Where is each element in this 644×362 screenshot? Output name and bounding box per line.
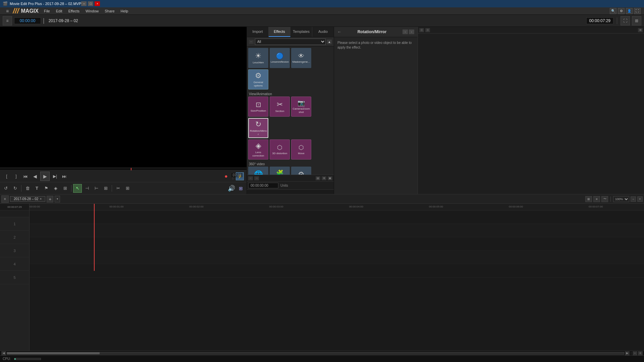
zoom-select[interactable]: 100%: [613, 196, 629, 202]
keyframe-btn[interactable]: ◈: [51, 184, 60, 193]
minimize-button[interactable]: –: [81, 1, 87, 6]
tracks-area[interactable]: 00:00:07:29 00:00:00 00:00:01:00 00:00:0…: [30, 204, 644, 351]
trim-btn[interactable]: ⊢: [92, 184, 101, 193]
tl-zoom-plus[interactable]: +: [638, 351, 643, 355]
timeline-tab[interactable]: 2017-09-28 – 02 ×: [10, 196, 45, 202]
menu-edit[interactable]: Edit: [53, 8, 65, 14]
effect-section[interactable]: ✂ Section: [270, 97, 290, 117]
effects-next-btn[interactable]: →: [254, 176, 259, 180]
hamburger-menu[interactable]: ≡: [4, 8, 11, 14]
effect-leuchten[interactable]: ☀ Leuchten: [248, 48, 268, 68]
close-button[interactable]: ×: [95, 1, 100, 6]
toolbar-icon-3[interactable]: 👤: [626, 8, 633, 14]
effect-360-editing[interactable]: 🌐 360° Editing: [248, 167, 268, 175]
prev-frame-btn[interactable]: ◀: [31, 172, 39, 180]
menu-help[interactable]: Help: [118, 8, 131, 14]
track-lane-4[interactable]: [30, 251, 644, 264]
filter-back-btn[interactable]: ←: [249, 40, 254, 44]
effect-360-scene[interactable]: 🧩 360° Szenenrotation: [270, 167, 290, 175]
tl-scrollbar-thumb[interactable]: [7, 352, 100, 354]
roll-btn[interactable]: ⊞: [101, 184, 110, 193]
insert-btn[interactable]: ⊞: [123, 184, 132, 193]
track-lane-2[interactable]: [30, 224, 644, 237]
expand-btn[interactable]: ⊞: [632, 16, 641, 25]
effects-prev-btn[interactable]: ←: [248, 176, 253, 180]
effects-bottom-nav: ← → ▤ ⊞ ▣: [247, 175, 334, 181]
select-tool-btn[interactable]: ↖: [73, 184, 82, 193]
mark-out-btn[interactable]: ]: [12, 172, 20, 180]
tab-import[interactable]: Import: [247, 27, 269, 37]
effects-filter-dropdown[interactable]: All: [255, 39, 326, 45]
text-btn[interactable]: T: [33, 184, 41, 193]
scroll-up-btn[interactable]: ▲: [327, 40, 332, 44]
delete-btn[interactable]: 🗑: [23, 184, 32, 193]
zoom-out-btn[interactable]: −: [631, 196, 636, 202]
next-frame-btn[interactable]: ▶|: [51, 172, 59, 180]
timeline-tab-dropdown[interactable]: ▾: [55, 196, 60, 202]
tab-templates[interactable]: Templates: [290, 27, 312, 37]
menu-file[interactable]: File: [41, 8, 53, 14]
fullscreen-btn[interactable]: ⛶: [621, 16, 630, 25]
track-lane-3[interactable]: [30, 237, 644, 251]
tab-audio[interactable]: Audio: [312, 27, 334, 37]
preview-canvas[interactable]: [0, 27, 247, 168]
tl-scrollbar-track[interactable]: [7, 352, 624, 355]
tl-view-waveform-btn[interactable]: 〜: [601, 196, 608, 202]
toolbar-icon-max[interactable]: ⛶: [634, 8, 641, 14]
effect-move[interactable]: ⬡ Move: [291, 139, 311, 160]
effects-view-btn2[interactable]: ⊞: [322, 176, 326, 180]
effect-maskengen[interactable]: 👁 Maskengene...: [291, 48, 311, 68]
preview-mini-timeline[interactable]: [0, 168, 247, 170]
prev-mark-btn[interactable]: ⏮: [21, 172, 30, 180]
tl-scroll-right-btn[interactable]: ▶: [625, 351, 630, 355]
menu-effects[interactable]: Effects: [66, 8, 82, 14]
redo-btn[interactable]: ↻: [11, 184, 19, 193]
time-code-input[interactable]: 00:00:00:00: [248, 183, 278, 188]
zoom-in-btn[interactable]: +: [637, 196, 643, 202]
menu-share[interactable]: Share: [102, 8, 117, 14]
ripple-btn[interactable]: ⊣: [83, 184, 91, 193]
marker-btn[interactable]: ⚑: [42, 184, 51, 193]
toolbar-icon-1[interactable]: 🔍: [610, 8, 616, 14]
tl-scroll-left-btn[interactable]: ◀: [1, 351, 6, 355]
track-lane-1[interactable]: [30, 210, 644, 224]
effect-linsenreflexion[interactable]: 🔵 Linsenreflexion: [270, 48, 290, 68]
timeline-add-btn[interactable]: +: [47, 196, 53, 202]
tl-view-list-btn[interactable]: ≡: [593, 196, 600, 202]
effect-360-stitch[interactable]: ⚙ 360° Stitching: [291, 167, 311, 175]
mark-in-btn[interactable]: [: [3, 172, 11, 180]
track-lane-5[interactable]: [30, 264, 644, 278]
timeline-menu-btn[interactable]: ≡: [1, 195, 9, 203]
rotation-next-btn[interactable]: ›: [409, 29, 414, 34]
tl-zoom-minus[interactable]: −: [633, 351, 637, 355]
next-mark-btn[interactable]: ⏭: [60, 172, 68, 180]
maximize-button[interactable]: □: [88, 1, 93, 6]
effect-3d-distortion[interactable]: ⬡ 3D distortion: [270, 139, 290, 160]
menu-window[interactable]: Window: [83, 8, 101, 14]
settings-btn[interactable]: ⊞: [236, 184, 245, 193]
toolbar-icon-2[interactable]: ⚙: [618, 8, 625, 14]
effect-lens-correction[interactable]: ◈ Lens correction: [248, 139, 268, 160]
rp-next-btn[interactable]: ⟩⟩: [425, 28, 430, 32]
effect-camera-zoom[interactable]: 📷 Camera/Zoom shot: [291, 97, 311, 117]
record-btn[interactable]: ●: [222, 172, 230, 180]
timeline-tab-close[interactable]: ×: [40, 197, 42, 201]
effects-hscroll[interactable]: [247, 190, 334, 194]
toolbar-menu-btn[interactable]: ≡: [3, 16, 12, 25]
effect-size-position[interactable]: ⊡ Size/Position: [248, 97, 268, 117]
effects-view-btn1[interactable]: ▤: [316, 176, 320, 180]
more-btn[interactable]: ⊞: [61, 184, 69, 193]
effect-rotation-mirror[interactable]: ↻ Rotation/Mirror: [248, 118, 268, 138]
play-btn[interactable]: ▶: [40, 172, 50, 181]
rotation-back-btn[interactable]: ←: [337, 29, 341, 34]
effects-view-btn3[interactable]: ▣: [328, 176, 332, 180]
rp-expand-btn[interactable]: ⊞: [638, 28, 643, 32]
effect-general-options[interactable]: ⚙ General options: [248, 69, 268, 89]
cut-btn[interactable]: ✂: [114, 184, 122, 193]
tab-effects[interactable]: Effects: [269, 27, 290, 37]
tl-view-grid-btn[interactable]: ⊞: [585, 196, 592, 202]
undo-btn[interactable]: ↺: [1, 184, 10, 193]
rotation-prev-btn[interactable]: ‹: [402, 29, 408, 34]
volume-btn[interactable]: 🔊: [227, 184, 236, 193]
rp-prev-btn[interactable]: ⟨⟨: [419, 28, 424, 32]
